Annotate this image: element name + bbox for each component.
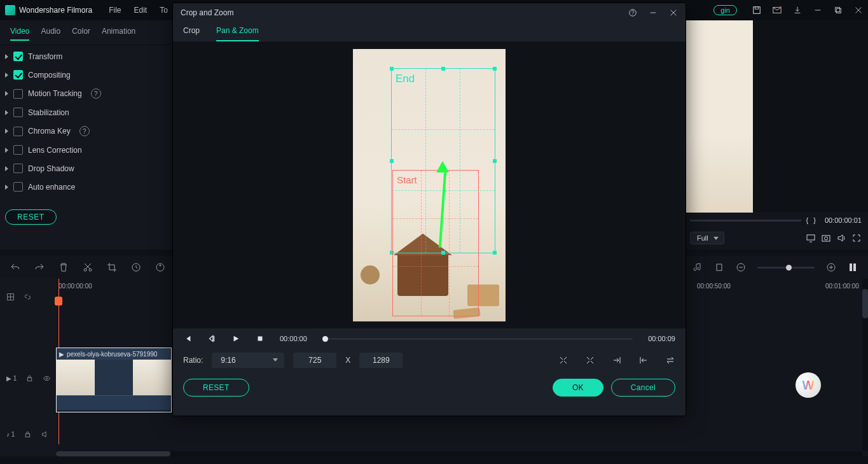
- align-start-icon[interactable]: [638, 355, 649, 365]
- modal-title: Crop and Zoom: [181, 8, 233, 17]
- svg-rect-24: [258, 337, 263, 341]
- modal-playback-row: 00:00:00 00:00:09: [173, 328, 685, 349]
- total-time: 00:00:09: [648, 335, 675, 342]
- modal-seek-slider[interactable]: [322, 338, 633, 340]
- start-label: Start: [397, 174, 417, 185]
- motion-arrowhead-icon: [436, 161, 449, 172]
- fit-center-icon[interactable]: [558, 355, 568, 365]
- x-label: X: [345, 356, 350, 365]
- help-icon[interactable]: [628, 8, 637, 17]
- prev-icon[interactable]: [183, 334, 192, 343]
- ratio-label: Ratio:: [183, 356, 203, 365]
- ratio-select[interactable]: 9:16: [212, 353, 284, 368]
- tab-crop[interactable]: Crop: [183, 26, 200, 41]
- modal-ratio-row: Ratio: 9:16 725 X 1289: [173, 349, 685, 372]
- modal-reset-button[interactable]: RESET: [183, 379, 249, 397]
- align-end-icon[interactable]: [612, 355, 622, 365]
- cancel-button[interactable]: Cancel: [611, 379, 675, 397]
- play-icon[interactable]: [231, 334, 240, 343]
- width-input[interactable]: 725: [293, 353, 336, 368]
- pan-zoom-canvas[interactable]: End Start: [173, 42, 685, 328]
- crop-zoom-modal: Crop and Zoom Crop Pan & Zoom End: [172, 3, 686, 416]
- window-close-icon[interactable]: [669, 8, 678, 17]
- start-frame[interactable]: Start: [392, 170, 479, 316]
- swap-icon[interactable]: [665, 355, 675, 365]
- current-time: 00:00:00: [280, 335, 307, 342]
- fit-expand-icon[interactable]: [585, 355, 595, 365]
- ok-button[interactable]: OK: [553, 379, 603, 397]
- end-label: End: [396, 73, 415, 85]
- stop-icon[interactable]: [256, 334, 265, 343]
- tab-pan-zoom[interactable]: Pan & Zoom: [216, 26, 259, 41]
- frame-back-icon[interactable]: [207, 334, 216, 343]
- window-minimize-icon[interactable]: [649, 8, 658, 17]
- height-input[interactable]: 1289: [359, 353, 403, 368]
